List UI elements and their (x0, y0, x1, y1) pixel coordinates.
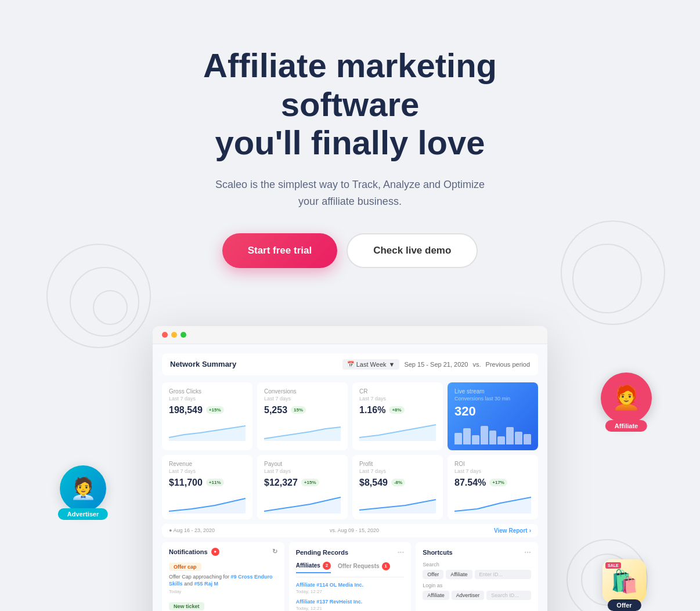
metric-value: 1.16% +8% (359, 405, 436, 415)
shortcuts-title: Shortcuts ··· (423, 548, 531, 557)
bar (481, 426, 488, 444)
metric-value: $12,327 +15% (264, 478, 341, 488)
metric-badge: +15% (206, 406, 224, 414)
hero-section: Affiliate marketing software you'll fina… (0, 0, 700, 326)
pending-dots-menu[interactable]: ··· (398, 548, 405, 557)
offer-requests-badge: 1 (382, 562, 390, 570)
network-summary-header: Network Summary 📅 Last Week ▼ Sep 15 - S… (162, 353, 538, 375)
metric-label: Conversions (264, 388, 341, 395)
search-input-box[interactable]: Enter ID... (475, 570, 531, 579)
offer-label: Offer (607, 599, 641, 611)
metric-label: Gross Clicks (169, 388, 246, 395)
bar (515, 432, 522, 444)
view-report-button[interactable]: View Report › (494, 527, 531, 534)
metric-value: $11,700 +11% (169, 478, 246, 488)
login-affiliate-btn[interactable]: Affiliate (423, 591, 449, 600)
hero-subtitle: Scaleo is the simplest way to Track, Ana… (12, 176, 688, 210)
bar (489, 431, 497, 444)
refresh-icon[interactable]: ↻ (272, 548, 277, 555)
date-chip[interactable]: 📅 Last Week ▼ (342, 359, 400, 370)
sale-badge: SALE (605, 562, 621, 569)
notifications-title: Notifications ● ↻ (169, 548, 277, 556)
metric-label: CR (359, 388, 436, 395)
metric-chart (359, 420, 436, 441)
metric-label: Live stream (454, 388, 531, 395)
start-trial-button[interactable]: Start free trial (222, 233, 338, 268)
shortcuts-dots-menu[interactable]: ··· (524, 548, 531, 557)
bar (454, 433, 462, 444)
metrics-row-1: Gross Clicks Last 7 days 198,549 +15% (162, 382, 538, 450)
metric-sublabel: Last 7 days (169, 396, 246, 402)
metric-conversions: Conversions Last 7 days 5,253 15% (257, 382, 348, 450)
metric-payout: Payout Last 7 days $12,327 +15% (257, 455, 348, 519)
pending-records-card: Pending Records ··· Affiliates 2 Offer R… (289, 542, 412, 611)
search-affiliate-btn[interactable]: Affiliate (446, 570, 472, 579)
metric-sublabel: Last 7 days (264, 396, 341, 402)
metric-chart (169, 420, 246, 441)
pending-link-1[interactable]: Affiliate #114 OL Media Inc. (296, 582, 405, 588)
browser-dot-yellow (171, 332, 177, 338)
metric-roi: ROI Last 7 days 87.54% +17% (448, 455, 538, 519)
browser-bar (153, 326, 547, 344)
metric-profit: Profit Last 7 days $8,549 -8% (352, 455, 443, 519)
date-footer-left: ● Aug 16 - 23, 2020 (169, 527, 215, 533)
network-summary-title: Network Summary (170, 360, 236, 368)
metric-gross-clicks: Gross Clicks Last 7 days 198,549 +15% (162, 382, 252, 450)
metric-chart (454, 493, 531, 514)
notification-item-1: Offer cap Offer Cap approaching for #9 C… (169, 561, 277, 594)
metric-label: Payout (264, 461, 341, 467)
pending-records-title: Pending Records ··· (296, 548, 405, 557)
pending-link-2[interactable]: Affiliate #137 RevHeist Inc. (296, 599, 405, 605)
live-demo-button[interactable]: Check live demo (347, 233, 478, 268)
metric-value: 198,549 +15% (169, 405, 246, 415)
metric-badge: +11% (206, 479, 224, 486)
metric-chart (359, 493, 436, 514)
metric-badge: +8% (389, 406, 404, 414)
metric-sublabel: Last 7 days (169, 468, 246, 474)
pending-time-1: Today, 12:27 (296, 589, 405, 594)
metric-revenue: Revenue Last 7 days $11,700 +11% (162, 455, 252, 519)
hero-title: Affiliate marketing software you'll fina… (147, 46, 553, 162)
metric-chart (264, 420, 341, 441)
login-search-box[interactable]: Search ID... (486, 591, 531, 600)
metric-sublabel: Last 7 days (359, 396, 436, 402)
search-offer-btn[interactable]: Offer (423, 570, 443, 579)
search-row: Offer Affiliate Enter ID... (423, 570, 531, 579)
metric-label: ROI (454, 461, 531, 467)
pending-item-1: Affiliate #114 OL Media Inc. Today, 12:2… (296, 582, 405, 594)
tag-new-ticket: New ticket (169, 602, 204, 610)
metric-chart (169, 493, 246, 514)
metric-label: Revenue (169, 461, 246, 467)
metric-sublabel: Last 7 days (454, 468, 531, 474)
notification-item-2: New ticket New Affiliate #51 RevHeist In… (169, 600, 277, 611)
date-filter: 📅 Last Week ▼ Sep 15 - Sep 21, 2020 vs. … (342, 359, 530, 370)
offer-float: 🛍️ SALE Offer (602, 559, 646, 603)
metric-badge: +15% (301, 479, 319, 486)
login-as-label: Login as (423, 583, 531, 588)
date-footer: ● Aug 16 - 23, 2020 vs. Aug 09 - 15, 202… (162, 524, 538, 537)
metric-sublabel: Last 7 days (264, 468, 341, 474)
search-label: Search (423, 562, 531, 567)
tab-offer-requests[interactable]: Offer Requests 1 (338, 562, 390, 573)
metric-value: 87.54% +17% (454, 478, 531, 488)
notif-text-1: Offer Cap approaching for #9 Cross Endur… (169, 573, 277, 588)
bar (497, 436, 505, 444)
tab-affiliates[interactable]: Affiliates 2 (296, 562, 331, 573)
metrics-row-2: Revenue Last 7 days $11,700 +11% (162, 455, 538, 519)
pending-tabs: Affiliates 2 Offer Requests 1 (296, 562, 405, 577)
metric-sublabel: Conversions last 30 min (454, 396, 531, 402)
metric-live-stream: Live stream Conversions last 30 min 320 (448, 382, 538, 450)
metric-label: Profit (359, 461, 436, 467)
metric-sublabel: Last 7 days (359, 468, 436, 474)
tag-offer-cap: Offer cap (169, 563, 201, 571)
metric-badge: +17% (489, 479, 507, 486)
pending-time-2: Today, 12:21 (296, 606, 405, 611)
date-footer-vs: vs. Aug 09 - 15, 2020 (330, 527, 379, 533)
dashboard-content: Network Summary 📅 Last Week ▼ Sep 15 - S… (153, 344, 547, 611)
metric-badge: 15% (291, 406, 306, 414)
affiliate-float: 🧑‍🦰 Affiliate (601, 373, 652, 424)
bar (524, 434, 531, 444)
login-advertiser-btn[interactable]: Advertiser (452, 591, 485, 600)
browser-dot-red (162, 332, 168, 338)
metric-value: $8,549 -8% (359, 478, 436, 488)
